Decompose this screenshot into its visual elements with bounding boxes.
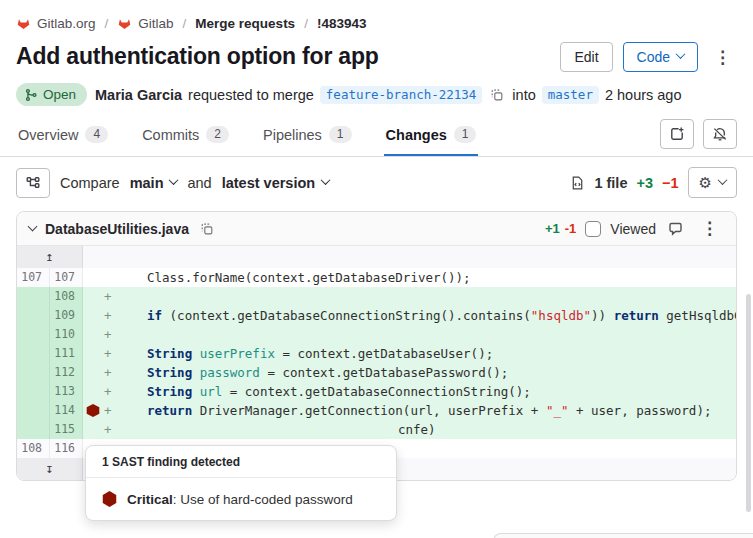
tab-pipelines[interactable]: Pipelines1 xyxy=(261,113,354,156)
collapse-file-chevron-icon[interactable] xyxy=(28,222,38,232)
breadcrumb-item-label: Merge requests xyxy=(195,16,295,31)
notifications-off-button[interactable] xyxy=(703,119,737,149)
tab-actions xyxy=(660,119,737,156)
gear-icon: ⚙ xyxy=(699,174,712,192)
added-line-marker: + xyxy=(104,325,112,344)
added-line-marker: + xyxy=(104,363,112,382)
file-tree-toggle-button[interactable] xyxy=(16,168,50,198)
code-token: return xyxy=(147,403,192,418)
file-name[interactable]: DatabaseUtilities.java xyxy=(45,221,189,237)
viewed-label: Viewed xyxy=(610,221,656,237)
copy-file-path-button[interactable] xyxy=(198,222,216,236)
author-name[interactable]: Maria Garcia xyxy=(95,87,182,103)
old-line-number[interactable] xyxy=(17,382,50,401)
scrollbar-thumb[interactable] xyxy=(746,294,751,512)
source-branch-pill[interactable]: feature-branch-22134 xyxy=(320,86,483,104)
chevron-down-icon xyxy=(676,49,686,59)
code-line: + xyxy=(83,287,736,306)
old-line-number[interactable] xyxy=(17,401,50,420)
expand-down-icon[interactable]: ↧ xyxy=(17,458,83,480)
old-line-number[interactable]: 108 xyxy=(17,439,50,458)
diff-line-row: 107107Class.forName(context.getDatabaseD… xyxy=(17,268,736,287)
old-line-number[interactable] xyxy=(17,363,50,382)
added-line-marker: + xyxy=(104,420,112,439)
copy-branch-button[interactable] xyxy=(488,88,506,102)
diff-line-row: 109+if (context.getDatabaseConnectionStr… xyxy=(17,306,736,325)
breadcrumb-item[interactable]: Gitlab.org xyxy=(16,16,96,31)
target-branch-pill[interactable]: master xyxy=(542,86,599,104)
old-line-number[interactable] xyxy=(17,344,50,363)
base-ref-dropdown[interactable]: main xyxy=(130,175,178,191)
tab-bar: Overview4Commits2Pipelines1Changes1 xyxy=(0,113,753,157)
new-line-number[interactable]: 113 xyxy=(50,382,83,401)
old-line-number[interactable] xyxy=(17,287,50,306)
code-token: + user, password); xyxy=(568,403,711,418)
old-line-number[interactable] xyxy=(17,420,50,439)
tab-label: Commits xyxy=(142,127,199,143)
tab-count-badge: 4 xyxy=(85,126,108,143)
add-todo-button[interactable] xyxy=(660,119,694,149)
code-token: = context.getDatabasePassword(); xyxy=(260,365,508,380)
code-token xyxy=(192,384,200,399)
code-token: userPrefix xyxy=(200,346,275,361)
code-token: password xyxy=(200,365,260,380)
edit-button[interactable]: Edit xyxy=(560,42,612,72)
git-merge-icon xyxy=(24,88,38,102)
code-token: DriverManager.getConnection(url, userPre… xyxy=(192,403,546,418)
diff-line-row: 110+ xyxy=(17,325,736,344)
tab-count-badge: 1 xyxy=(329,126,352,143)
file-options-kebab-button[interactable]: ⋮ xyxy=(695,218,724,239)
tab-overview[interactable]: Overview4 xyxy=(16,113,110,156)
compare-controls: Compare main and latest version xyxy=(16,168,329,198)
new-line-number[interactable]: 110 xyxy=(50,325,83,344)
critical-finding-gutter-icon[interactable] xyxy=(86,404,100,417)
code-token: return xyxy=(614,308,659,323)
mr-options-kebab-button[interactable]: ⋮ xyxy=(708,47,737,68)
viewed-checkbox[interactable] xyxy=(585,221,601,237)
added-line-marker: + xyxy=(104,382,112,401)
popover-body: Critical: Use of hard-coded password xyxy=(86,478,396,520)
code-button[interactable]: Code xyxy=(623,42,698,72)
code-line: +String userPrefix = context.getDatabase… xyxy=(83,344,736,363)
new-line-number[interactable]: 109 xyxy=(50,306,83,325)
tab-label: Changes xyxy=(386,127,447,143)
gitlab-logo-icon xyxy=(117,16,132,31)
old-line-number[interactable] xyxy=(17,306,50,325)
tab-changes[interactable]: Changes1 xyxy=(384,113,479,156)
code-text: Class.forName(context.getDatabaseDriver(… xyxy=(147,270,471,285)
expand-up-icon[interactable]: ↥ xyxy=(17,246,83,268)
gitlab-logo-icon xyxy=(16,16,31,31)
file-comment-button[interactable] xyxy=(665,221,686,237)
breadcrumb-separator: / xyxy=(304,16,308,31)
new-line-number[interactable]: 108 xyxy=(50,287,83,306)
code-token: String xyxy=(147,384,192,399)
old-line-number[interactable] xyxy=(17,325,50,344)
tab-label: Overview xyxy=(18,127,78,143)
code-token xyxy=(192,365,200,380)
finding-text[interactable]: Critical: Use of hard-coded password xyxy=(127,492,353,507)
file-deletions: -1 xyxy=(565,221,577,236)
new-line-number[interactable]: 116 xyxy=(50,439,83,458)
code-token: url xyxy=(200,384,223,399)
new-line-number[interactable]: 115 xyxy=(50,420,83,439)
diff-stats: 1 file +3 −1 ⚙ xyxy=(570,167,737,198)
tab-commits[interactable]: Commits2 xyxy=(140,113,231,156)
chevron-down-icon xyxy=(321,175,331,185)
diff-settings-button[interactable]: ⚙ xyxy=(688,167,737,198)
new-line-number[interactable]: 111 xyxy=(50,344,83,363)
breadcrumb-separator: / xyxy=(183,16,187,31)
copy-icon xyxy=(200,222,214,236)
new-line-number[interactable]: 114 xyxy=(50,401,83,420)
code-text: String userPrefix = context.getDatabaseU… xyxy=(147,346,493,361)
and-label: and xyxy=(187,175,211,191)
breadcrumb-item-label: Gitlab xyxy=(138,16,173,31)
version-dropdown[interactable]: latest version xyxy=(222,175,330,191)
breadcrumb-item[interactable]: Gitlab xyxy=(117,16,173,31)
code-token: getHsqldbCon xyxy=(659,308,736,323)
new-line-number[interactable]: 107 xyxy=(50,268,83,287)
old-line-number[interactable]: 107 xyxy=(17,268,50,287)
breadcrumb-item[interactable]: Merge requests xyxy=(195,16,295,31)
breadcrumb-item[interactable]: !483943 xyxy=(317,16,367,31)
expand-row-body xyxy=(83,246,736,268)
new-line-number[interactable]: 112 xyxy=(50,363,83,382)
